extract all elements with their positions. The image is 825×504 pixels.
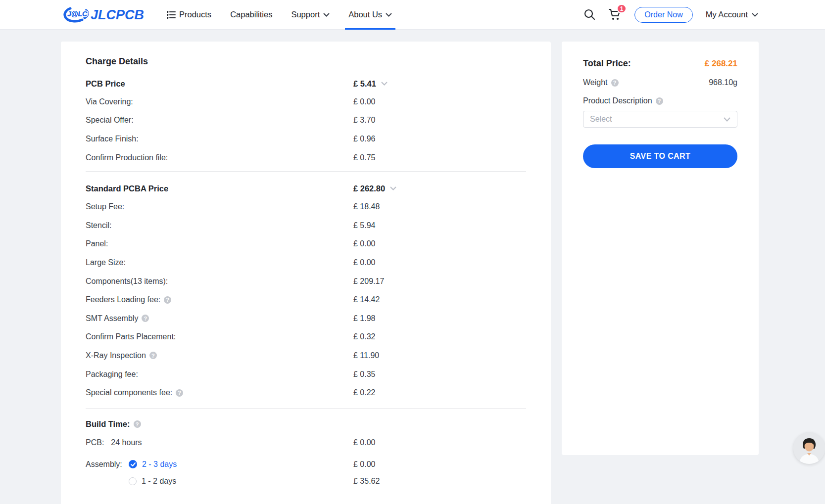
assembly-option-label: 2 - 3 days (142, 460, 177, 469)
row-label: Stencil: (86, 221, 111, 230)
weight-value: 968.10g (709, 78, 737, 87)
support-agent-avatar (793, 432, 825, 464)
charge-details-card: Charge Details PCB Price £ 5.41 Via Cove… (61, 42, 551, 504)
collapse-chevron-icon[interactable] (390, 186, 396, 190)
customer-support-chat-widget[interactable] (793, 432, 825, 464)
help-icon[interactable]: ? (134, 420, 141, 428)
row-value: £ 0.32 (353, 332, 375, 341)
help-icon[interactable]: ? (164, 296, 171, 304)
row-label: Surface Finish: (86, 135, 139, 143)
charge-row: Confirm Production file: £ 0.75 (86, 148, 526, 167)
help-icon[interactable]: ? (176, 389, 183, 397)
charge-row: Packaging fee: £ 0.35 (86, 365, 526, 384)
svg-text:JLCPCB: JLCPCB (91, 7, 144, 22)
row-value: £ 0.00 (353, 97, 375, 106)
chevron-down-icon (386, 13, 392, 17)
charge-row: Setup Fee: £ 18.48 (86, 197, 526, 216)
pcba-price-label: Standard PCBA Price (86, 184, 168, 193)
jlcpcb-logo[interactable]: J@LC J@LC JLCPCB (63, 4, 144, 25)
order-summary-card: Total Price: £ 268.21 Weight ? 968.10g P… (562, 42, 759, 455)
assembly-option-2-3-days[interactable]: 2 - 3 days (129, 460, 177, 469)
jlcpcb-logo-graphic: J@LC J@LC JLCPCB (63, 4, 144, 25)
row-value: £ 0.75 (353, 153, 375, 162)
charge-row: Panel: £ 0.00 (86, 235, 526, 254)
row-value: £ 1.98 (353, 314, 375, 323)
search-icon (584, 9, 595, 20)
help-icon[interactable]: ? (656, 97, 663, 105)
collapse-chevron-icon[interactable] (381, 82, 388, 86)
nav-label-support: Support (291, 10, 320, 19)
nav-label-capabilities: Capabilities (230, 10, 272, 19)
nav-item-products[interactable]: Products (157, 0, 221, 30)
row-value: £ 11.90 (353, 351, 379, 360)
charge-row: SMT Assembly ? £ 1.98 (86, 309, 526, 328)
help-icon[interactable]: ? (149, 352, 157, 359)
assembly-option-1-2-days[interactable]: 1 - 2 days (129, 477, 176, 486)
row-value: £ 0.00 (353, 438, 375, 447)
assembly-option-label: 1 - 2 days (142, 477, 176, 486)
charge-row: Surface Finish: £ 0.96 (86, 130, 526, 148)
total-price-value: £ 268.21 (705, 59, 737, 69)
row-value: £ 0.00 (353, 258, 375, 267)
charge-details-title: Charge Details (86, 42, 526, 67)
charge-row: Confirm Parts Placement: £ 0.32 (86, 328, 526, 347)
charge-row: Stencil: £ 5.94 (86, 216, 526, 235)
save-to-cart-button[interactable]: SAVE TO CART (583, 144, 737, 168)
row-label: Panel: (86, 239, 108, 248)
nav-label-products: Products (179, 10, 211, 19)
pcb-time-label: PCB: (86, 438, 104, 447)
product-description-select[interactable]: Select (583, 111, 737, 128)
pcb-time-value: 24 hours (111, 438, 142, 447)
nav-item-capabilities[interactable]: Capabilities (221, 0, 282, 30)
charge-row: Components(13 items): £ 209.17 (86, 272, 526, 291)
chevron-down-icon (724, 117, 730, 122)
row-value: £ 35.62 (353, 477, 380, 486)
row-value: £ 0.00 (353, 239, 375, 248)
build-time-label: Build Time: (86, 419, 130, 429)
build-time-header: Build Time: ? (86, 415, 526, 433)
row-label: Components(13 items): (86, 277, 168, 286)
section-divider (86, 171, 526, 172)
charge-row: Special Offer: £ 3.70 (86, 111, 526, 130)
row-value: £ 0.96 (353, 135, 375, 143)
charge-row: X-Ray Inspection ? £ 11.90 (86, 346, 526, 365)
pcb-price-value-wrap: £ 5.41 (353, 79, 388, 89)
nav-label-about-us: About Us (348, 10, 382, 19)
cart-button[interactable]: 1 (608, 8, 622, 21)
row-value: £ 209.17 (353, 277, 384, 286)
top-navigation-bar: J@LC J@LC JLCPCB Products Capabilities S… (0, 0, 825, 30)
svg-text:J@LC: J@LC (67, 10, 88, 18)
nav-item-support[interactable]: Support (282, 0, 339, 30)
search-button[interactable] (584, 9, 595, 20)
product-description-label: Product Description (583, 96, 652, 105)
row-label: Confirm Parts Placement: (86, 332, 176, 341)
pcb-price-section-header: PCB Price £ 5.41 (86, 75, 526, 92)
section-divider (86, 408, 526, 409)
radio-checked-icon (129, 460, 137, 468)
row-value: £ 0.22 (353, 388, 375, 397)
assembly-option-row: Assembly: 2 - 3 days £ 0.00 (86, 455, 526, 474)
assembly-label: Assembly: (86, 460, 129, 469)
main-nav: Products Capabilities Support About Us (157, 0, 401, 30)
pcb-price-label: PCB Price (86, 79, 125, 89)
my-account-menu[interactable]: My Account (706, 10, 758, 19)
build-time-pcb-row: PCB: 24 hours £ 0.00 (86, 433, 526, 452)
order-now-button[interactable]: Order Now (634, 7, 692, 23)
product-description-row: Product Description ? (583, 96, 737, 105)
row-label: Packaging fee: (86, 370, 138, 379)
charge-row: Feeders Loading fee: ? £ 14.42 (86, 290, 526, 309)
pcba-price-value-wrap: £ 262.80 (353, 184, 396, 193)
help-icon[interactable]: ? (611, 79, 619, 87)
row-label: SMT Assembly (86, 314, 138, 323)
row-value: £ 18.48 (353, 202, 380, 211)
help-icon[interactable]: ? (142, 315, 149, 322)
weight-label: Weight (583, 78, 608, 87)
assembly-option-row: 1 - 2 days £ 35.62 (86, 474, 526, 489)
nav-item-about-us[interactable]: About Us (339, 0, 401, 30)
pcba-price-section-header: Standard PCBA Price £ 262.80 (86, 180, 526, 197)
row-value: £ 0.35 (353, 370, 375, 379)
pcba-price-value: £ 262.80 (353, 184, 385, 193)
header-actions: 1 Order Now My Account (584, 7, 758, 23)
weight-row: Weight ? 968.10g (583, 78, 737, 87)
row-label: Special components fee: (86, 388, 172, 397)
